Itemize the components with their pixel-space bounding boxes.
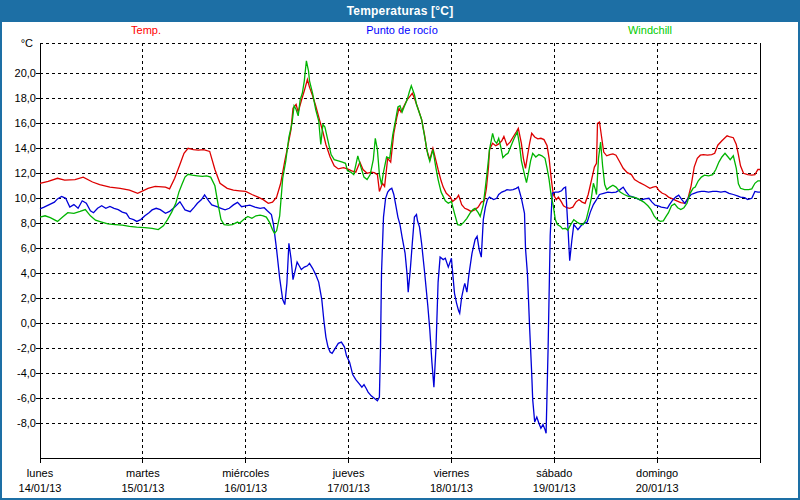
y-axis-tick-label: -6,0 [17, 392, 36, 404]
title-bar[interactable]: Temperaturas [°C] [0, 0, 800, 22]
x-axis-day-label: martes [126, 467, 160, 479]
y-axis-tick-label: 8,0 [21, 217, 36, 229]
windchill-line [40, 61, 760, 234]
x-axis-date-label: 17/01/13 [327, 482, 370, 494]
window-title: Temperaturas [°C] [347, 4, 454, 18]
y-axis-tick-label: -2,0 [17, 342, 36, 354]
chart-canvas: 20,018,016,014,012,010,08,06,04,02,00,0-… [0, 0, 800, 500]
legend-item-temp-: Temp. [131, 24, 161, 36]
temp-line [40, 80, 760, 212]
y-axis-tick-label: -4,0 [17, 367, 36, 379]
dewpoint-line [40, 187, 760, 433]
y-axis-tick-label: 20,0 [15, 67, 36, 79]
y-axis-tick-label: 14,0 [15, 142, 36, 154]
legend-item-windchill: Windchill [628, 24, 672, 36]
x-axis-day-label: sábado [536, 467, 572, 479]
y-axis-tick-label: 4,0 [21, 267, 36, 279]
y-axis-tick-label: 0,0 [21, 317, 36, 329]
weather-chart-window: 20,018,016,014,012,010,08,06,04,02,00,0-… [0, 0, 800, 500]
y-axis-tick-label: 2,0 [21, 292, 36, 304]
x-axis-date-label: 14/01/13 [19, 482, 62, 494]
legend-item-punto-de-roc-o: Punto de rocío [366, 24, 438, 36]
x-axis-day-label: domingo [636, 467, 678, 479]
y-axis-tick-label: 18,0 [15, 92, 36, 104]
y-axis-tick-label: 16,0 [15, 117, 36, 129]
x-axis-day-label: lunes [27, 467, 54, 479]
chart-legend: Temp.Punto de rocíoWindchill [2, 24, 798, 40]
x-axis-day-label: jueves [332, 467, 365, 479]
y-axis-tick-label: 10,0 [15, 192, 36, 204]
x-axis-date-label: 19/01/13 [533, 482, 576, 494]
x-axis-date-label: 16/01/13 [224, 482, 267, 494]
x-axis-day-label: miércoles [222, 467, 270, 479]
temperature-chart: 20,018,016,014,012,010,08,06,04,02,00,0-… [0, 0, 800, 500]
x-axis-date-label: 20/01/13 [636, 482, 679, 494]
y-axis-tick-label: 12,0 [15, 167, 36, 179]
x-axis-date-label: 15/01/13 [121, 482, 164, 494]
x-axis-day-label: viernes [434, 467, 470, 479]
y-axis-tick-label: 6,0 [21, 242, 36, 254]
y-axis-tick-label: -8,0 [17, 417, 36, 429]
x-axis-date-label: 18/01/13 [430, 482, 473, 494]
